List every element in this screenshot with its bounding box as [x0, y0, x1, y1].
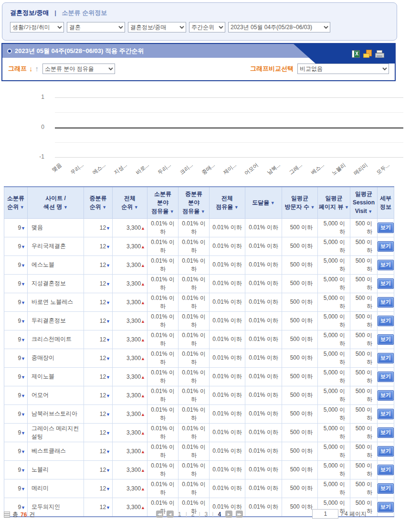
cell-reach: 0.01% 이하 — [245, 479, 282, 498]
view-detail-button[interactable]: 보기 — [378, 334, 394, 345]
view-detail-button[interactable]: 보기 — [378, 223, 394, 233]
view-detail-button[interactable]: 보기 — [378, 297, 394, 308]
column-header-10[interactable]: 일평균SessionVisit ▼ — [350, 187, 378, 218]
view-detail-button[interactable]: 보기 — [378, 465, 394, 475]
sort-icon[interactable]: ▼ — [101, 205, 106, 210]
sort-ascending-icon[interactable]: ↑ — [35, 65, 39, 72]
last-page-button[interactable]: ▶▶ — [236, 511, 243, 518]
rank-up-icon: ▲ — [141, 338, 145, 342]
cell-detail: 보기 — [378, 479, 394, 498]
table-row: 9▼지성결혼정보12▼3,300▲0.01% 이하0.01% 이하0.01% 이… — [4, 274, 394, 293]
rank-down-icon: ▼ — [21, 338, 25, 342]
cell-small_share: 0.01% 이하 — [147, 479, 179, 498]
page-input[interactable] — [312, 509, 338, 519]
category1-select[interactable]: 생활/가정/취미 — [10, 22, 64, 32]
cell-visitors: 500 이하 — [282, 404, 318, 423]
cell-name: 크리스천메이트 — [28, 330, 84, 349]
view-detail-button[interactable]: 보기 — [378, 409, 394, 419]
print-icon[interactable] — [375, 50, 384, 58]
cell-small_share: 0.01% 이하 — [147, 330, 179, 349]
page-number-1[interactable]: 1 — [177, 511, 182, 518]
cell-total_rank: 3,300▲ — [113, 386, 147, 404]
category2-select[interactable]: 결혼 — [67, 22, 125, 32]
cell-rank: 9▼ — [4, 386, 28, 404]
cell-sessions: 500 이하 — [350, 442, 378, 460]
period-select[interactable]: 2023년 05월 04주(05/28~06/03) — [228, 22, 330, 32]
cell-rank: 9▼ — [4, 237, 28, 255]
cell-sessions: 500 이하 — [350, 330, 378, 349]
cell-reach: 0.01% 이하 — [245, 237, 282, 255]
sort-icon[interactable]: ▼ — [168, 209, 174, 214]
excel-export-icon[interactable]: X — [352, 50, 360, 58]
first-page-button[interactable]: ◀◀ — [156, 511, 163, 518]
sort-icon[interactable]: ▼ — [309, 205, 315, 210]
sort-icon[interactable]: ▼ — [62, 205, 67, 210]
cell-total_share: 0.01% 이하 — [210, 386, 245, 404]
cell-small_share: 0.01% 이하 — [147, 423, 179, 442]
cell-total_rank: 3,300▲ — [113, 330, 147, 349]
view-detail-button[interactable]: 보기 — [378, 390, 394, 401]
panel-title: 2023년 05월 04주(05/28~06/03) 적용 주간순위 — [15, 47, 144, 55]
view-detail-button[interactable]: 보기 — [378, 260, 394, 270]
sort-icon[interactable]: ▼ — [343, 205, 348, 210]
sort-icon[interactable]: ▼ — [200, 209, 205, 214]
mail-export-icon[interactable] — [363, 50, 372, 58]
column-header-5[interactable]: 중분류분야점유율 ▼ — [179, 187, 210, 218]
rank-down-icon: ▼ — [21, 300, 25, 305]
graph-metric-select[interactable]: 소분류 분야 점유율 — [42, 64, 115, 74]
next-page-button[interactable]: ▶ — [225, 511, 232, 518]
column-header-0[interactable]: 소분류순위 ▼ — [4, 187, 28, 218]
column-header-7[interactable]: 도달율 ▼ — [245, 187, 282, 218]
table-row: 9▼맺음12▼3,300▲0.01% 이하0.01% 이하0.01% 이하0.0… — [4, 218, 394, 237]
period-type-select[interactable]: 주간순위 — [189, 22, 225, 32]
sort-icon[interactable]: ▼ — [133, 205, 138, 210]
rank-up-icon: ▲ — [141, 356, 145, 361]
view-detail-button[interactable]: 보기 — [378, 241, 394, 252]
rank-down-icon: ▼ — [21, 468, 25, 473]
column-header-2[interactable]: 중분류순위 ▼ — [84, 187, 113, 218]
cell-total_share: 0.01% 이하 — [210, 255, 245, 274]
column-header-1[interactable]: 사이트 /섹션 명 ▼ — [28, 187, 84, 218]
sort-icon[interactable]: ▼ — [269, 201, 274, 205]
graph-compare-select[interactable]: 비교없음 — [297, 64, 389, 74]
page-subtitle: 소분류 순위정보 — [62, 9, 107, 16]
column-header-3[interactable]: 전체순위 ▼ — [113, 187, 147, 218]
total-number: 76 — [21, 511, 27, 518]
cell-small_share: 0.01% 이하 — [147, 311, 179, 330]
cell-total_share: 0.01% 이하 — [210, 218, 245, 237]
view-detail-button[interactable]: 보기 — [378, 278, 394, 289]
view-detail-button[interactable]: 보기 — [378, 372, 394, 382]
rank-down-icon: ▼ — [106, 375, 110, 380]
cell-rank: 9▼ — [4, 255, 28, 274]
cell-reach: 0.01% 이하 — [245, 330, 282, 349]
cell-total_rank: 3,300▲ — [113, 423, 147, 442]
prev-page-button[interactable]: ◀ — [167, 511, 174, 518]
view-detail-button[interactable]: 보기 — [378, 446, 394, 457]
page-number-3[interactable]: 3 — [204, 511, 209, 518]
column-header-9[interactable]: 일평균페이지 뷰 ▼ — [318, 187, 350, 218]
cell-mid_rank: 12▼ — [84, 442, 113, 460]
sort-icon[interactable]: ▼ — [367, 209, 372, 214]
sort-descending-icon[interactable]: ↓ — [29, 65, 33, 72]
view-detail-button[interactable]: 보기 — [378, 427, 394, 438]
cell-mid_rank: 12▼ — [84, 311, 113, 330]
column-header-6[interactable]: 전체점유율 ▼ — [210, 187, 245, 218]
rank-down-icon: ▼ — [106, 487, 110, 491]
view-detail-button[interactable]: 보기 — [378, 483, 394, 494]
cell-total_rank: 3,300▲ — [113, 442, 147, 460]
bullet-icon — [7, 49, 12, 53]
column-header-8[interactable]: 일평균방문자 수 ▼ — [282, 187, 318, 218]
page-number-4[interactable]: 4 — [217, 511, 222, 518]
rank-up-icon: ▲ — [141, 300, 145, 305]
cell-mid_share: 0.01% 이하 — [179, 404, 210, 423]
sort-icon[interactable]: ▼ — [19, 205, 24, 210]
cell-visitors: 500 이하 — [282, 367, 318, 386]
view-detail-button[interactable]: 보기 — [378, 316, 394, 326]
cell-small_share: 0.01% 이하 — [147, 386, 179, 404]
sort-icon[interactable]: ▼ — [233, 205, 238, 210]
view-detail-button[interactable]: 보기 — [378, 353, 394, 363]
cell-mid_rank: 12▼ — [84, 479, 113, 498]
column-header-4[interactable]: 소분류분야점유율 ▼ — [147, 187, 179, 218]
category3-select[interactable]: 결혼정보/중매 — [128, 22, 186, 32]
page-number-2[interactable]: 2 — [190, 511, 196, 518]
